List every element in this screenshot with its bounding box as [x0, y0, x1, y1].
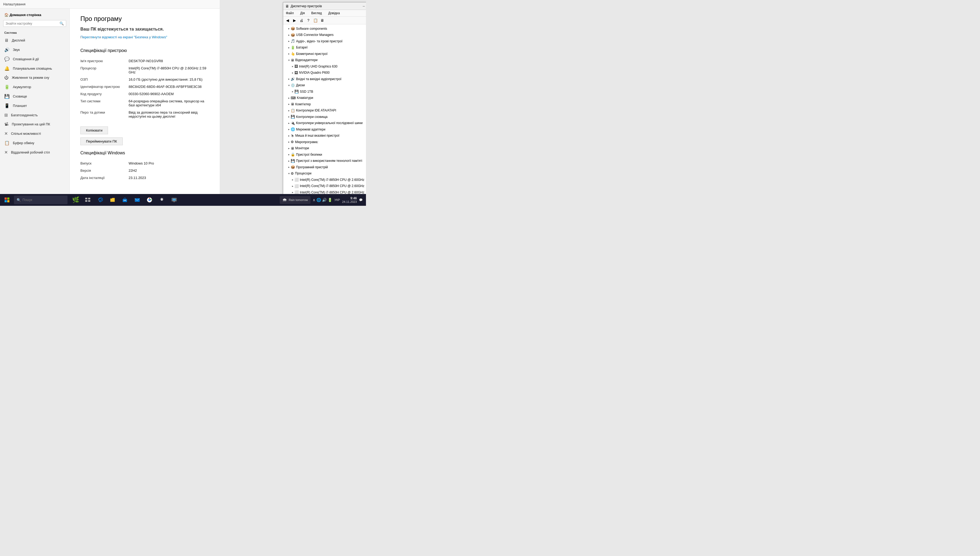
tree-item[interactable]: ▸👆Біометричні пристрої: [283, 51, 366, 57]
network-icon[interactable]: 🌐: [316, 198, 321, 202]
tree-item[interactable]: ▸📦Програмний пристрій: [283, 164, 366, 170]
taskbar-app-taskview[interactable]: [82, 194, 94, 206]
sidebar-item-power[interactable]: ⏻ Живлення та режим сну: [0, 73, 69, 82]
sidebar-item-notifications[interactable]: 💬 Сповіщення й дії: [0, 54, 69, 64]
page-title: Про програму: [81, 15, 209, 23]
copy-button[interactable]: Копіювати: [81, 126, 108, 134]
sidebar-home[interactable]: 🏠 Домашня сторінка: [0, 11, 69, 20]
toolbar-forward[interactable]: ▶: [291, 17, 298, 24]
sidebar-item-clipboard[interactable]: 📋 Буфер обміну: [0, 138, 69, 148]
tree-item[interactable]: ▸💾Контролери сховища: [283, 114, 366, 120]
menu-file[interactable]: Файл: [284, 10, 295, 16]
tree-item[interactable]: ▸🔋Батареї: [283, 44, 366, 51]
settings-titlebar: Налаштування: [0, 0, 220, 8]
menu-action[interactable]: Дія: [299, 10, 307, 16]
tree-item[interactable]: ▸📦USB Connector Managers: [283, 32, 366, 38]
taskbar-app-settings[interactable]: [156, 194, 168, 206]
tree-item[interactable]: ▸🖥Комп'ютер: [283, 101, 366, 107]
toolbar-back[interactable]: ◀: [284, 17, 291, 24]
svg-rect-6: [85, 200, 87, 202]
svg-rect-9: [124, 200, 124, 201]
taskbar-app-explorer[interactable]: [107, 194, 118, 206]
devmgr-tree: ▸📦Software components▸📦USB Connector Man…: [283, 24, 366, 202]
shared-icon: ✕: [4, 131, 8, 136]
tree-item[interactable]: ▸⬜Intel(R) Core(TM) i7-8850H CPU @ 2.60G…: [283, 176, 366, 183]
sidebar-item-battery[interactable]: 🔋 Акумулятор: [0, 82, 69, 92]
taskbar-app-devmgr[interactable]: [168, 194, 180, 206]
taskbar-search[interactable]: 🔍: [14, 196, 68, 204]
tablet-icon: 📱: [4, 103, 10, 108]
tree-item[interactable]: ▸⌨Клавіатури: [283, 95, 366, 101]
taskbar-search-input[interactable]: [23, 198, 65, 202]
battery-icon: 🔋: [4, 84, 10, 89]
sidebar-item-scheduler[interactable]: 🔔 Планувальник сповіщень: [0, 64, 69, 73]
taskbar-app-store[interactable]: [119, 194, 131, 206]
tree-item[interactable]: ▾💿Диски: [283, 82, 366, 89]
menu-help[interactable]: Довідка: [326, 10, 341, 16]
scheduler-icon: 🔔: [4, 66, 10, 71]
tree-item[interactable]: ▸🖼NVIDIA Quadro P600: [283, 70, 366, 76]
taskbar-app-game[interactable]: 🌿: [69, 194, 81, 206]
sidebar-item-project[interactable]: 📽 Проектування на цей ПК: [0, 120, 69, 129]
battery-tray-icon[interactable]: 🔋: [328, 198, 332, 202]
system-tray: ∧ 🌐 🔊 🔋: [313, 198, 332, 202]
toolbar-help[interactable]: ?: [305, 17, 312, 24]
sidebar-search-box[interactable]: 🔍: [3, 20, 66, 27]
taskbar-apps: 🌿: [69, 194, 180, 206]
tree-item[interactable]: ▸🌐Мережеві адаптери: [283, 126, 366, 133]
spec-row-edition: Випуск Windows 10 Pro: [81, 160, 209, 167]
svg-rect-3: [7, 200, 10, 202]
sidebar-item-storage[interactable]: 💾 Сховище: [0, 92, 69, 101]
tree-item[interactable]: ▸📦Software components: [283, 26, 366, 32]
toolbar-print[interactable]: 🖨: [298, 17, 305, 24]
tree-item[interactable]: ▸⬜Intel(R) Core(TM) i7-8850H CPU @ 2.60G…: [283, 183, 366, 189]
multitask-icon: ⊞: [4, 113, 8, 118]
sidebar-item-sound[interactable]: 🔊 Звук: [0, 45, 69, 54]
tree-item[interactable]: ▸🖥Монітори: [283, 145, 366, 152]
tree-item[interactable]: ▸🔊Вхідні та вихідні аудіопристрої: [283, 76, 366, 82]
taskbar-app-chrome[interactable]: [144, 194, 155, 206]
rename-button[interactable]: Перейменувати ПК: [81, 137, 123, 145]
tree-item[interactable]: ▸🖼Intel(R) UHD Graphics 630: [283, 63, 366, 70]
sidebar-item-tablet[interactable]: 📱 Планшет: [0, 101, 69, 110]
security-link[interactable]: Переглянути відомості на екрані "Безпека…: [81, 35, 167, 40]
notification-icon[interactable]: 💬: [359, 198, 363, 202]
volume-icon[interactable]: 🔊: [322, 198, 326, 202]
tree-item[interactable]: ▸💾Пристрої з використанням технології па…: [283, 158, 366, 164]
tree-item[interactable]: ▸🖱Миша й інші вказівні пристрої: [283, 133, 366, 139]
tree-item[interactable]: ▸💾SSD 1TB: [283, 89, 366, 95]
device-specs-title: Специфікації пристрою: [81, 48, 209, 53]
keyboard-lang[interactable]: УКР: [334, 198, 340, 202]
sidebar: 🏠 Домашня сторінка 🔍 Система 🖥 Дисплей 🔊…: [0, 8, 69, 194]
taskbar-app-edge[interactable]: [94, 194, 106, 206]
tree-item[interactable]: ▸⚙Мікропрограма:: [283, 139, 366, 145]
toolbar-properties[interactable]: 📋: [312, 17, 318, 24]
tree-item[interactable]: ▾⚙Процесори: [283, 170, 366, 177]
tree-item[interactable]: ▸🔌Контролери універсальної послідовної ш…: [283, 120, 366, 126]
clock[interactable]: 9:46 24.11.2023: [342, 196, 357, 204]
tree-item[interactable]: ▾🖥Відеоадаптери: [283, 57, 366, 63]
toolbar-monitor[interactable]: 🖥: [319, 17, 326, 24]
chevron-up-icon[interactable]: ∧: [313, 198, 315, 202]
sidebar-item-remote[interactable]: ✕ Віддалений робочий стіл: [0, 148, 69, 157]
tree-item[interactable]: ▸🔒Пристрої безпеки: [283, 151, 366, 158]
sidebar-item-display[interactable]: 🖥 Дисплей: [0, 36, 69, 45]
taskbar-app-mail[interactable]: [131, 194, 143, 206]
sidebar-item-shared[interactable]: ✕ Спільні можливості: [0, 129, 69, 138]
devmgr-menubar: Файл Дія Вигляд Довідка: [283, 10, 366, 17]
search-input[interactable]: [6, 22, 58, 26]
tree-item[interactable]: ▸🎵Аудіо-, відео- та ігрові пристрої: [283, 38, 366, 44]
spec-row-product-code: Код продукту 00330-52060-96902-AAOEM: [81, 90, 209, 97]
sidebar-item-multitask[interactable]: ⊞ Багатозадачність: [0, 110, 69, 120]
remote-icon: ✕: [4, 150, 8, 155]
menu-view[interactable]: Вигляд: [310, 10, 323, 16]
weather-widget[interactable]: 🌧 Rain tomorrow: [280, 196, 311, 204]
minimize-button[interactable]: ─: [360, 3, 366, 9]
sound-icon: 🔊: [4, 47, 10, 52]
tree-item[interactable]: ▸📋Контролери IDE ATA/ATAPI: [283, 107, 366, 114]
storage-icon: 💾: [4, 94, 10, 99]
spec-row-ram: ОЗП 16,0 ГБ (доступно для використання: …: [81, 76, 209, 83]
devmgr-toolbar: ◀ ▶ 🖨 ? 📋 🖥: [283, 17, 366, 24]
start-button[interactable]: [1, 194, 13, 206]
devmgr-titlebar: 🖥 Диспетчер пристроїв ─ □ ✕: [283, 2, 366, 10]
